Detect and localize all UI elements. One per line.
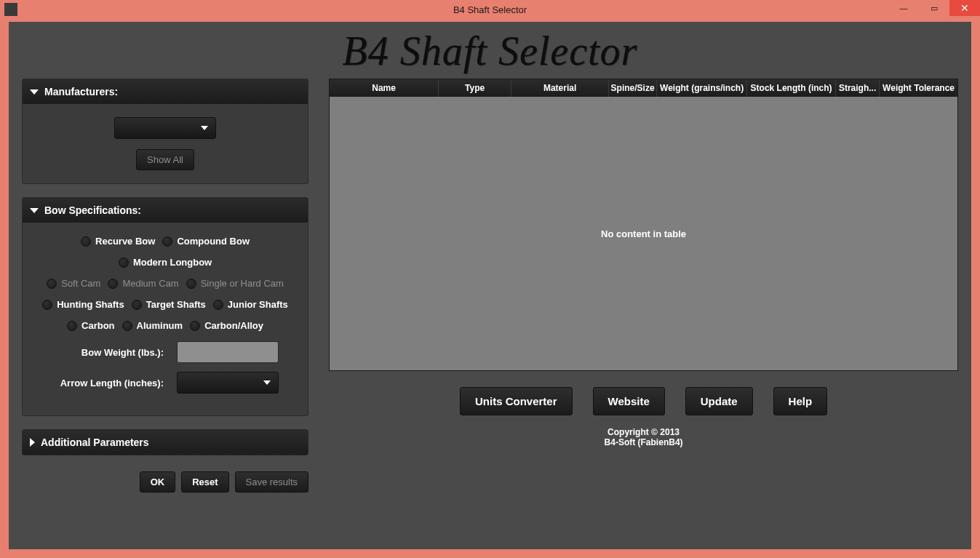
arrow-length-label: Arrow Length (inches): <box>47 378 164 388</box>
radio-junior-shafts[interactable]: Junior Shafts <box>213 299 288 310</box>
radio-icon <box>47 279 57 289</box>
collapse-icon <box>30 208 39 213</box>
radio-icon <box>67 321 77 331</box>
action-row: OK Reset Save results <box>22 471 308 493</box>
help-button[interactable]: Help <box>773 387 828 415</box>
main-title: B4 Shaft Selector <box>9 28 971 74</box>
window-controls: — ▭ ✕ <box>888 0 980 16</box>
chevron-down-icon <box>201 126 208 130</box>
ok-button[interactable]: OK <box>140 471 176 493</box>
panel-manufacturers-header[interactable]: Manufacturers: <box>23 79 308 104</box>
radio-carbon[interactable]: Carbon <box>67 320 115 331</box>
th-material[interactable]: Material <box>511 79 609 97</box>
radio-icon <box>122 321 132 331</box>
radio-icon <box>119 258 129 268</box>
titlebar[interactable]: B4 Shaft Selector — ▭ ✕ <box>0 0 980 19</box>
units-converter-button[interactable]: Units Converter <box>460 387 573 415</box>
panel-bow-specs-body: Recurve Bow Compound Bow Modern Longbow … <box>23 223 308 415</box>
cam-type-row: Soft Cam Medium Cam Single or Hard Cam <box>33 278 298 289</box>
panel-manufacturers-title: Manufacturers: <box>44 86 118 97</box>
panel-manufacturers-body: Show All <box>23 104 308 183</box>
left-column: Manufacturers: Show All Bow Specificatio… <box>22 79 308 493</box>
panel-additional-header[interactable]: Additional Parameters <box>23 430 308 455</box>
panel-bow-specs-title: Bow Specifications: <box>44 204 141 216</box>
close-button[interactable]: ✕ <box>949 0 980 16</box>
collapse-icon <box>30 89 39 95</box>
th-spine-size[interactable]: Spine/Size <box>609 79 657 97</box>
table-header: Name Type Material Spine/Size Weight (gr… <box>330 79 957 97</box>
chevron-down-icon <box>263 380 271 385</box>
app-window: B4 Shaft Selector — ▭ ✕ B4 Shaft Selecto… <box>0 0 980 558</box>
minimize-button[interactable]: — <box>888 0 919 16</box>
radio-medium-cam[interactable]: Medium Cam <box>108 278 178 289</box>
maximize-button[interactable]: ▭ <box>919 0 949 16</box>
th-name[interactable]: Name <box>330 79 439 97</box>
website-button[interactable]: Website <box>593 387 665 415</box>
panel-manufacturers: Manufacturers: Show All <box>22 79 308 184</box>
radio-icon <box>186 279 196 289</box>
window-title: B4 Shaft Selector <box>0 4 980 15</box>
footer-buttons: Units Converter Website Update Help <box>329 387 958 415</box>
manufacturer-dropdown[interactable] <box>114 117 216 139</box>
bow-weight-input[interactable] <box>177 341 279 363</box>
bow-type-row: Recurve Bow Compound Bow Modern Longbow <box>33 236 298 268</box>
th-weight[interactable]: Weight (grains/inch) <box>657 79 747 97</box>
panel-bow-specs-header[interactable]: Bow Specifications: <box>23 198 308 223</box>
content: Manufacturers: Show All Bow Specificatio… <box>9 79 971 493</box>
table-body: No content in table <box>330 97 957 370</box>
right-column: Name Type Material Spine/Size Weight (gr… <box>329 79 958 493</box>
th-straightness[interactable]: Straigh... <box>836 79 880 97</box>
bow-weight-row: Bow Weight (lbs.): <box>47 341 283 363</box>
radio-carbon-alloy[interactable]: Carbon/Alloy <box>190 320 263 331</box>
radio-soft-cam[interactable]: Soft Cam <box>47 278 100 289</box>
credits: Copyright © 2013 B4-Soft (FabienB4) <box>329 427 958 447</box>
radio-icon <box>108 279 118 289</box>
th-weight-tolerance[interactable]: Weight Tolerance <box>880 79 957 97</box>
radio-icon <box>42 300 52 310</box>
radio-icon <box>132 300 142 310</box>
credits-line1: Copyright © 2013 <box>329 427 958 437</box>
th-type[interactable]: Type <box>439 79 511 97</box>
arrow-length-row: Arrow Length (inches): <box>47 372 283 394</box>
update-button[interactable]: Update <box>685 387 753 415</box>
show-all-button[interactable]: Show All <box>136 149 194 170</box>
arrow-length-dropdown[interactable] <box>177 372 279 394</box>
reset-button[interactable]: Reset <box>181 471 228 493</box>
radio-aluminum[interactable]: Aluminum <box>122 320 183 331</box>
panel-additional-parameters: Additional Parameters <box>22 429 308 455</box>
th-stock-length[interactable]: Stock Length (inch) <box>747 79 836 97</box>
client-area: B4 Shaft Selector Manufacturers: Show Al… <box>9 22 971 549</box>
radio-icon <box>213 300 223 310</box>
shaft-use-row: Hunting Shafts Target Shafts Junior Shaf… <box>33 299 298 310</box>
bow-weight-label: Bow Weight (lbs.): <box>47 347 164 358</box>
radio-target-shafts[interactable]: Target Shafts <box>132 299 206 310</box>
radio-icon <box>81 236 91 247</box>
radio-modern-longbow[interactable]: Modern Longbow <box>119 257 212 268</box>
credits-line2: B4-Soft (FabienB4) <box>329 437 958 447</box>
radio-hunting-shafts[interactable]: Hunting Shafts <box>42 299 124 310</box>
radio-compound-bow[interactable]: Compound Bow <box>162 236 250 247</box>
results-table: Name Type Material Spine/Size Weight (gr… <box>329 79 958 371</box>
panel-bow-specs: Bow Specifications: Recurve Bow Compound… <box>22 197 308 416</box>
radio-icon <box>162 236 172 247</box>
panel-additional-title: Additional Parameters <box>41 437 149 448</box>
radio-icon <box>190 321 200 331</box>
expand-icon <box>30 438 35 447</box>
save-results-button[interactable]: Save results <box>235 471 309 493</box>
radio-single-hard-cam[interactable]: Single or Hard Cam <box>186 278 284 289</box>
radio-recurve-bow[interactable]: Recurve Bow <box>81 236 155 247</box>
table-empty-text: No content in table <box>601 228 686 239</box>
material-row: Carbon Aluminum Carbon/Alloy <box>33 320 298 331</box>
